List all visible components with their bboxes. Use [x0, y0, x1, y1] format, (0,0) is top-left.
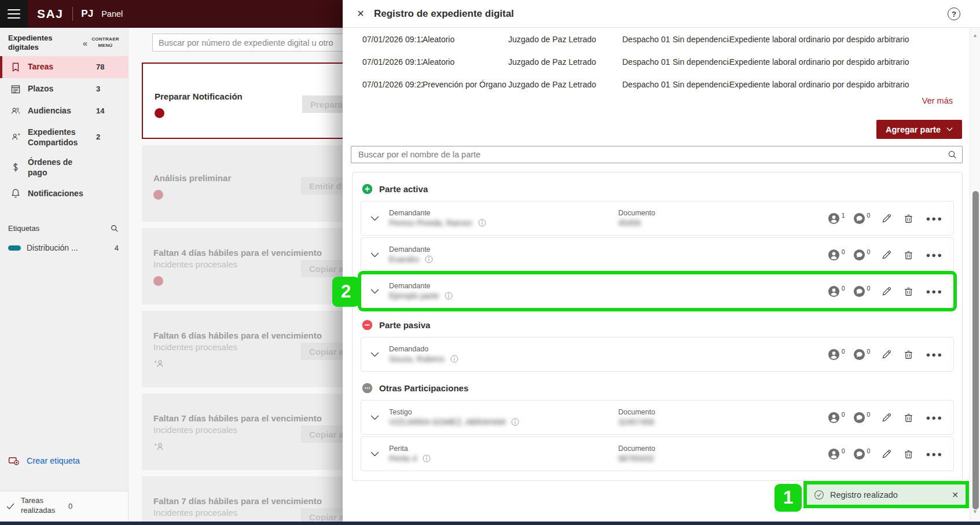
party-row[interactable]: DemandanteEvandro00●●● — [361, 237, 954, 272]
edit-icon[interactable] — [881, 213, 892, 224]
comment-count: 0 — [867, 411, 871, 418]
registro-expediente-panel: ✕ Registro de expediente digital ? 07/01… — [343, 0, 980, 525]
sidebar-item-ordenes-de-pago[interactable]: Órdenes de pago — [0, 152, 128, 182]
task-card-action-button[interactable]: Preparar — [302, 96, 343, 113]
ver-mas-link[interactable]: Ver más — [922, 96, 953, 105]
more-options-icon[interactable]: ●●● — [926, 287, 943, 296]
record-row[interactable]: 07/01/2026 09:13AleatorioJuzgado de Paz … — [362, 50, 934, 73]
sidebar-item-audiencias[interactable]: Audiencias14 — [0, 100, 128, 122]
info-icon[interactable] — [478, 219, 486, 227]
more-options-icon[interactable]: ●●● — [926, 251, 943, 259]
edit-icon[interactable] — [881, 349, 892, 360]
chevron-down-icon[interactable] — [370, 415, 379, 420]
info-icon[interactable] — [511, 418, 519, 426]
close-icon[interactable]: ✕ — [354, 8, 367, 19]
app-window: SAJ PJ Panel Expedientes digitales « CON… — [0, 0, 980, 525]
tasks-done-row[interactable]: Tareas realizadas 0 — [0, 491, 128, 522]
scrollbar[interactable]: ▲ ▼ — [970, 28, 980, 522]
help-icon[interactable]: ? — [948, 8, 960, 20]
person-count-badge[interactable]: 0 — [828, 448, 845, 460]
tag-item-distribucion[interactable]: Distribución ...4 — [0, 237, 128, 258]
task-card-action-button[interactable]: Copiar a — [301, 425, 343, 443]
more-options-icon[interactable]: ●●● — [926, 450, 943, 458]
record-row[interactable]: 07/01/2026 09:12AleatorioJuzgado de Paz … — [362, 28, 934, 50]
plus-circle-icon — [362, 183, 373, 194]
task-card-action-button[interactable]: Copiar a — [301, 343, 343, 360]
chevron-down-icon[interactable] — [370, 352, 379, 357]
person-count-badge[interactable]: 0 — [828, 348, 845, 361]
party-info: DemandanteEvandro — [389, 245, 618, 264]
chevron-down-icon[interactable] — [370, 216, 379, 221]
info-icon[interactable] — [423, 454, 431, 462]
record-cell-fecha: 07/01/2026 09:13 — [362, 57, 423, 67]
expediente-search-input[interactable] — [152, 34, 343, 52]
task-card[interactable]: Faltan 6 días hábiles para el vencimient… — [142, 311, 343, 387]
party-row[interactable]: DemandanteEjemplo parte00●●●2 — [361, 274, 954, 309]
search-icon[interactable] — [948, 150, 957, 159]
more-options-icon[interactable]: ●●● — [926, 350, 943, 359]
more-options-icon[interactable]: ●●● — [926, 214, 943, 223]
edit-icon[interactable] — [881, 412, 892, 423]
search-icon[interactable] — [110, 224, 119, 233]
scroll-down-icon[interactable]: ▼ — [970, 509, 980, 515]
person-count-badge[interactable]: 0 — [828, 249, 845, 261]
party-row[interactable]: PeritaPerito 4Documento9876543200●●● — [361, 436, 954, 471]
comment-count-badge[interactable]: 0 — [853, 412, 871, 424]
scroll-up-icon[interactable]: ▲ — [970, 32, 980, 38]
delete-icon[interactable] — [903, 213, 914, 224]
edit-icon[interactable] — [881, 249, 892, 260]
scrollbar-thumb[interactable] — [972, 191, 979, 509]
delete-icon[interactable] — [903, 286, 914, 297]
party-row[interactable]: DemandadoSouza, Rubens00●●● — [361, 337, 954, 372]
section-title: Parte pasiva — [379, 320, 430, 330]
task-card[interactable]: Faltan 7 días hábiles para el vencimient… — [142, 394, 343, 470]
toast-close-icon[interactable]: ✕ — [952, 490, 959, 500]
chat-circle-icon — [853, 448, 865, 460]
info-icon[interactable] — [425, 255, 433, 263]
task-card[interactable]: Análisis preliminarEmitir d — [142, 145, 343, 222]
comment-count-badge[interactable]: 0 — [853, 212, 871, 225]
chevron-down-icon[interactable] — [370, 289, 379, 294]
chevron-down-icon[interactable] — [370, 252, 379, 258]
person-count-badge[interactable]: 0 — [828, 285, 845, 298]
sidebar-item-notificaciones[interactable]: Notificaciones — [0, 182, 128, 204]
delete-icon[interactable] — [903, 449, 914, 460]
task-card[interactable]: Preparar NotificaciónPreparar — [142, 63, 343, 139]
task-card-action-button[interactable]: Copiar a — [301, 260, 343, 277]
party-search-input[interactable] — [351, 146, 963, 163]
hamburger-menu-icon[interactable] — [0, 0, 28, 28]
comment-count-badge[interactable]: 0 — [853, 448, 871, 460]
sidebar-item-expedientes-compartidos[interactable]: Expedientes Compartidos2 — [0, 122, 128, 152]
party-row[interactable]: TestigoVIZCARRA GOMEZ, ABRAHAMDocumento3… — [361, 400, 954, 435]
collapse-menu-button[interactable]: « CONTRAER MENÚ — [83, 36, 121, 49]
agregar-parte-button[interactable]: Agregar parte — [876, 120, 962, 139]
collapse-menu-label: CONTRAER MENÚ — [90, 36, 121, 49]
edit-icon[interactable] — [881, 449, 892, 460]
person-count: 1 — [842, 212, 845, 219]
create-tag-button[interactable]: Crear etiqueta — [0, 450, 128, 471]
chevron-down-icon[interactable] — [370, 451, 379, 457]
delete-icon[interactable] — [903, 349, 914, 360]
task-card-action-button[interactable]: Emitir d — [301, 177, 343, 194]
delete-icon[interactable] — [903, 412, 914, 423]
task-card[interactable]: Faltan 4 días hábiles para el vencimient… — [142, 228, 343, 304]
info-icon[interactable] — [450, 355, 458, 363]
person-count-badge[interactable]: 1 — [828, 212, 845, 225]
comment-count-badge[interactable]: 0 — [853, 249, 871, 261]
task-card-action-button[interactable]: Copiar a — [301, 508, 343, 522]
record-cell-dependencia: Sin dependencia — [673, 57, 729, 67]
more-options-icon[interactable]: ●●● — [926, 413, 943, 422]
sidebar-item-plazos[interactable]: Plazos3 — [0, 78, 128, 100]
record-row[interactable]: 07/01/2026 09:22Prevención por ÓrganoJuz… — [362, 73, 934, 96]
delete-icon[interactable] — [903, 249, 914, 260]
task-card[interactable]: Faltan 7 días hábiles para el vencimient… — [142, 476, 343, 522]
comment-count-badge[interactable]: 0 — [853, 285, 871, 298]
tasks-done-label: Tareas realizadas — [21, 496, 63, 516]
person-count-badge[interactable]: 0 — [828, 412, 845, 424]
party-row[interactable]: DemandantePeress Pineda, RamonDocumento4… — [361, 201, 954, 236]
edit-icon[interactable] — [881, 286, 892, 297]
info-icon[interactable] — [445, 292, 453, 300]
sidebar-item-tareas[interactable]: Tareas78 — [0, 56, 128, 78]
sidebar-header: Expedientes digitales « CONTRAER MENÚ — [0, 28, 128, 56]
comment-count-badge[interactable]: 0 — [853, 348, 871, 361]
